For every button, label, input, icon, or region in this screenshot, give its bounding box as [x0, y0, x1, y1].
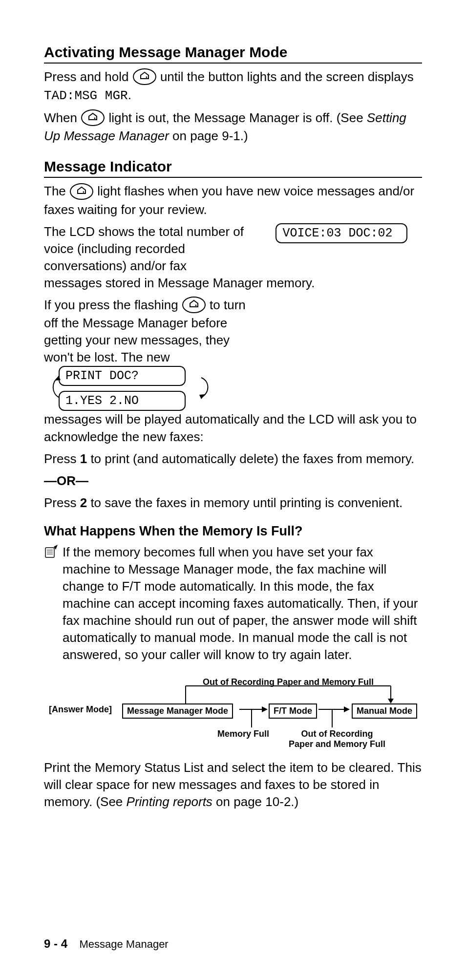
- or-separator: —OR—: [44, 472, 422, 490]
- paragraph-after-flow: Print the Memory Status List and select …: [44, 759, 422, 810]
- xref-printing-reports: Printing reports: [127, 794, 212, 809]
- page-number: 9 - 4: [44, 937, 67, 950]
- svg-point-7: [195, 305, 196, 306]
- row-lcd-voice: The LCD shows the total number of voice …: [44, 223, 422, 292]
- text: on page 10-2.): [212, 794, 298, 809]
- note-memory-full: If the memory becomes full when you have…: [44, 544, 422, 664]
- page: Activating Message Manager Mode Press an…: [0, 0, 466, 980]
- svg-marker-21: [344, 706, 350, 712]
- flow-label-out-paper: Out of Recording Paper and Memory Full: [288, 729, 386, 749]
- svg-point-0: [133, 69, 156, 85]
- svg-marker-19: [262, 706, 268, 712]
- house-icon: [81, 109, 105, 127]
- svg-point-2: [82, 110, 104, 126]
- svg-marker-17: [388, 699, 394, 703]
- svg-point-4: [70, 184, 93, 199]
- heading-memory-full: What Happens When the Memory Is Full?: [44, 524, 422, 539]
- page-footer: 9 - 4 Message Manager: [44, 937, 169, 951]
- flow-box-message-manager: Message Manager Mode: [122, 703, 233, 719]
- paragraph-press-1: Press 1 to print (and automatically dele…: [44, 450, 422, 468]
- paragraph-activating-2: When light is out, the Message Manager i…: [44, 109, 422, 145]
- key-2: 2: [80, 495, 87, 510]
- flow-label-top: Out of Recording Paper and Memory Full: [191, 677, 386, 687]
- text: When: [44, 110, 81, 125]
- svg-marker-9: [199, 394, 205, 399]
- heading-indicator: Message Indicator: [44, 158, 422, 178]
- heading-activating: Activating Message Manager Mode: [44, 44, 422, 64]
- text: The: [44, 184, 69, 198]
- text: to save the faxes in memory until printi…: [87, 495, 402, 510]
- key-1: 1: [80, 451, 87, 466]
- text: until the button lights and the screen d…: [160, 69, 414, 84]
- text: Press and hold: [44, 69, 132, 84]
- svg-point-5: [83, 191, 85, 192]
- flowchart: Out of Recording Paper and Memory Full […: [44, 676, 422, 752]
- lcd-voice-doc: VOICE:03 DOC:02: [275, 223, 407, 243]
- svg-rect-10: [45, 548, 54, 557]
- flow-label-answer-mode: [Answer Mode]: [49, 704, 112, 715]
- text: messages stored in Message Manager memor…: [44, 276, 315, 290]
- note-icon: [44, 545, 59, 559]
- text: messages will be played automatically an…: [44, 412, 417, 444]
- text: to print (and automatically delete) the …: [87, 451, 414, 466]
- svg-marker-8: [55, 376, 61, 381]
- row-lcd-print: If you press the flashing to turn off th…: [44, 297, 422, 446]
- text: If you press the flashing: [44, 298, 182, 312]
- note-text: If the memory becomes full when you have…: [63, 544, 422, 664]
- flow-label-memory-full: Memory Full: [217, 729, 269, 739]
- paragraph-press-2: Press 2 to save the faxes in memory unti…: [44, 494, 422, 511]
- text: on page 9-1.): [169, 128, 248, 143]
- svg-point-1: [146, 77, 147, 78]
- footer-title: Message Manager: [79, 938, 168, 950]
- house-icon: [182, 296, 206, 314]
- text: Press: [44, 495, 80, 510]
- house-icon: [132, 68, 157, 85]
- paragraph-activating-1: Press and hold until the button lights a…: [44, 68, 422, 105]
- flow-box-manual-mode: Manual Mode: [352, 703, 417, 719]
- text: The LCD shows the total number of voice …: [44, 223, 259, 275]
- lcd-text-tad: TAD:MSG MGR: [44, 88, 128, 103]
- flow-box-ft-mode: F/T Mode: [269, 703, 317, 719]
- text: light is out, the Message Manager is off…: [108, 110, 366, 125]
- text: .: [128, 87, 131, 102]
- svg-point-3: [94, 118, 96, 119]
- text: light flashes when you have new voice me…: [44, 184, 414, 216]
- loop-arrows-icon: [49, 364, 215, 410]
- paragraph-indicator-1: The light flashes when you have new voic…: [44, 183, 422, 218]
- house-icon: [69, 183, 94, 200]
- text: If you press the flashing to turn off th…: [44, 297, 259, 366]
- svg-point-6: [183, 297, 205, 313]
- text: Press: [44, 451, 80, 466]
